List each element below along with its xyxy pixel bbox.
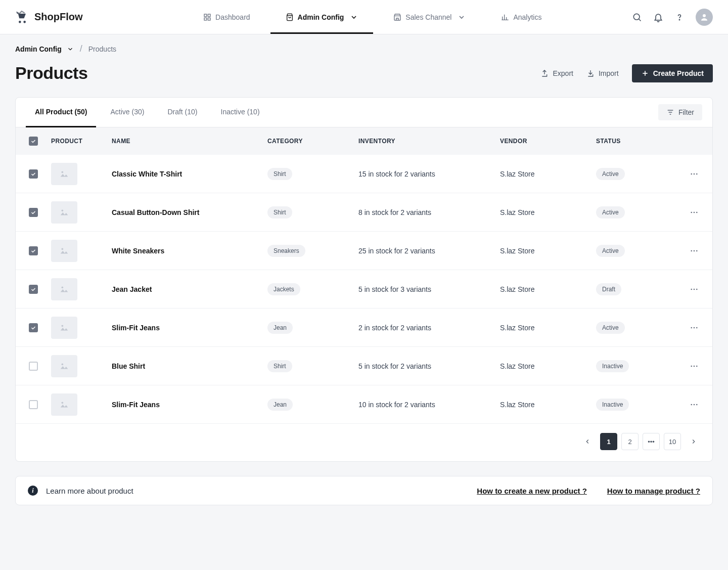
nav-analytics[interactable]: Analytics: [486, 0, 557, 34]
svg-point-21: [696, 211, 698, 213]
brand-logo[interactable]: ShopFlow: [15, 10, 83, 24]
svg-point-33: [696, 327, 698, 328]
svg-point-38: [62, 402, 64, 404]
nav-admin-config[interactable]: Admin Config: [270, 0, 374, 34]
vendor-text: S.laz Store: [500, 324, 534, 332]
col-vendor: VENDOR: [497, 138, 593, 145]
row-actions[interactable]: [679, 208, 709, 217]
col-name: NAME: [109, 138, 264, 145]
create-label: Create Product: [653, 69, 704, 77]
export-label: Export: [553, 69, 573, 77]
row-checkbox[interactable]: [29, 208, 38, 217]
help-icon[interactable]: [674, 12, 685, 22]
col-inventory: INVENTORY: [355, 138, 497, 145]
table-row: Classic White T-ShirtShirt15 in stock fo…: [16, 155, 712, 193]
product-name[interactable]: Slim-Fit Jeans: [112, 324, 160, 332]
svg-point-18: [62, 209, 64, 211]
page-title: Products: [15, 63, 87, 83]
row-actions[interactable]: [679, 169, 709, 179]
search-icon[interactable]: [632, 12, 642, 22]
category-chip: Shirt: [267, 360, 292, 372]
product-name[interactable]: Slim-Fit Jeans: [112, 401, 160, 409]
svg-point-30: [62, 325, 64, 327]
info-link-manage[interactable]: How to manage product ?: [607, 487, 700, 495]
svg-point-8: [703, 14, 706, 17]
row-checkbox[interactable]: [29, 323, 38, 332]
page-prev[interactable]: [579, 433, 596, 450]
tab-inactive[interactable]: Inactive (10): [212, 98, 269, 127]
product-name[interactable]: Classic White T-Shirt: [112, 170, 182, 178]
row-checkbox[interactable]: [29, 285, 38, 294]
product-thumb: [51, 317, 77, 339]
product-thumb: [51, 355, 77, 377]
top-bar: ShopFlow Dashboard Admin Config Sales Ch…: [0, 0, 728, 34]
product-name[interactable]: White Sneakers: [112, 247, 164, 255]
top-actions: [632, 9, 713, 26]
page-10[interactable]: 10: [664, 433, 681, 450]
inventory-text: 8 in stock for 2 variants: [358, 208, 431, 216]
page-1[interactable]: 1: [600, 433, 617, 450]
export-button[interactable]: Export: [540, 69, 573, 77]
product-thumb: [51, 393, 77, 416]
breadcrumb-root-label: Admin Config: [15, 45, 62, 53]
page-ellipsis: •••: [643, 433, 660, 450]
row-checkbox[interactable]: [29, 362, 38, 371]
table-row: White SneakersSneakers25 in stock for 2 …: [16, 232, 712, 270]
products-table: PRODUCT NAME CATEGORY INVENTORY VENDOR S…: [16, 127, 712, 424]
info-link-create[interactable]: How to create a new product ?: [477, 487, 587, 495]
nav-sales-channel[interactable]: Sales Channel: [378, 0, 481, 34]
page-next[interactable]: [685, 433, 702, 450]
breadcrumb-root[interactable]: Admin Config: [15, 45, 74, 53]
product-name[interactable]: Jean Jacket: [112, 285, 152, 293]
row-actions[interactable]: [679, 285, 709, 294]
select-all-checkbox[interactable]: [29, 137, 38, 146]
filter-button[interactable]: Filter: [658, 104, 702, 120]
tab-all-product[interactable]: All Product (50): [26, 98, 96, 127]
row-checkbox[interactable]: [29, 246, 38, 255]
col-category: CATEGORY: [264, 138, 355, 145]
row-actions[interactable]: [679, 246, 709, 255]
nav-label: Analytics: [513, 13, 541, 21]
category-chip: Jean: [267, 399, 293, 411]
info-icon: i: [28, 486, 38, 496]
svg-rect-3: [208, 18, 210, 20]
row-actions[interactable]: [679, 400, 709, 409]
inventory-text: 10 in stock for 2 variants: [358, 401, 435, 409]
import-button[interactable]: Import: [586, 69, 619, 77]
tabs: All Product (50) Active (30) Draft (10) …: [26, 98, 269, 127]
product-name[interactable]: Casual Button-Down Shirt: [112, 208, 199, 216]
product-thumb: [51, 240, 77, 262]
logo-icon: [15, 10, 29, 24]
vendor-text: S.laz Store: [500, 401, 534, 409]
svg-point-16: [694, 173, 695, 174]
status-badge: Inactive: [596, 360, 629, 372]
inventory-text: 5 in stock for 3 variants: [358, 285, 431, 293]
product-name[interactable]: Blue Shirt: [112, 362, 145, 370]
bell-icon[interactable]: [653, 12, 663, 22]
chevron-down-icon: [458, 13, 466, 21]
svg-point-39: [691, 404, 692, 405]
filter-icon: [666, 108, 674, 116]
avatar[interactable]: [696, 9, 713, 26]
svg-point-27: [691, 288, 692, 290]
svg-point-26: [62, 286, 64, 288]
brand-name: ShopFlow: [34, 11, 83, 23]
table-row: Slim-Fit JeansJean2 in stock for 2 varia…: [16, 309, 712, 347]
col-product: PRODUCT: [48, 138, 109, 145]
inventory-text: 5 in stock for 2 variants: [358, 362, 431, 370]
product-thumb: [51, 163, 77, 185]
create-product-button[interactable]: Create Product: [632, 64, 713, 82]
nav-dashboard[interactable]: Dashboard: [188, 0, 265, 34]
row-checkbox[interactable]: [29, 169, 38, 179]
breadcrumb: Admin Config / Products: [0, 34, 728, 54]
row-checkbox[interactable]: [29, 400, 38, 409]
bar-chart-icon: [501, 13, 509, 21]
row-actions[interactable]: [679, 362, 709, 371]
tab-active[interactable]: Active (30): [101, 98, 153, 127]
inventory-text: 25 in stock for 2 variants: [358, 247, 435, 255]
svg-point-20: [694, 211, 695, 213]
row-actions[interactable]: [679, 323, 709, 332]
page-2[interactable]: 2: [621, 433, 639, 450]
svg-point-15: [691, 173, 692, 174]
tab-draft[interactable]: Draft (10): [158, 98, 206, 127]
